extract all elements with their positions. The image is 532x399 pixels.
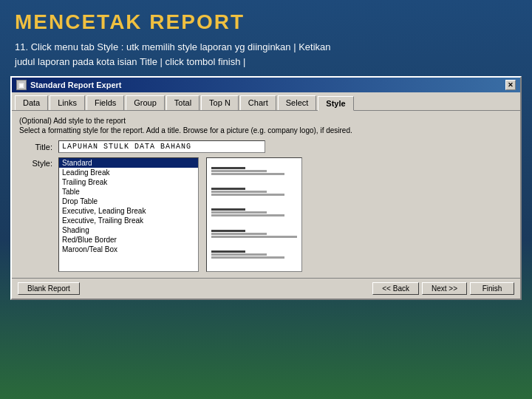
page-description: 11. Click menu tab Style : utk memilih s… xyxy=(0,37,532,76)
style-list[interactable]: Standard Leading Break Trailing Break Ta… xyxy=(58,157,199,272)
style-content: Standard Leading Break Trailing Break Ta… xyxy=(58,157,302,272)
preview-group-4 xyxy=(211,230,297,239)
close-button[interactable]: ✕ xyxy=(505,80,516,90)
preview-group-1 xyxy=(211,167,297,176)
preview-bar-4 xyxy=(211,188,245,190)
tab-topn[interactable]: Top N xyxy=(201,95,239,110)
page-wrapper: MENCETAK REPORT 11. Click menu tab Style… xyxy=(0,0,532,399)
dialog-icon: ▣ xyxy=(16,80,27,90)
tab-group[interactable]: Group xyxy=(126,95,165,110)
preview-bar-3 xyxy=(211,173,284,175)
preview-bar-15 xyxy=(211,256,284,259)
style-item-trailing-break[interactable]: Trailing Break xyxy=(59,177,198,187)
title-input[interactable] xyxy=(58,140,265,153)
tab-chart[interactable]: Chart xyxy=(240,95,276,110)
finish-button[interactable]: Finish xyxy=(470,282,514,295)
preview-bar-10 xyxy=(211,230,245,232)
preview-bar-12 xyxy=(211,236,297,238)
preview-bar-8 xyxy=(211,211,267,214)
dialog-body: (Optional) Add style to the report Selec… xyxy=(12,111,520,278)
preview-bar-5 xyxy=(211,191,267,193)
style-preview xyxy=(206,157,302,272)
style-item-exec-trailing[interactable]: Executive, Trailing Break xyxy=(59,216,198,225)
style-label: Style: xyxy=(19,157,52,168)
style-item-exec-leading[interactable]: Executive, Leading Break xyxy=(59,206,198,216)
footer-left: Blank Report xyxy=(18,282,80,295)
style-item-shading[interactable]: Shading xyxy=(59,225,198,235)
preview-bar-2 xyxy=(211,170,267,172)
tab-fields[interactable]: Fields xyxy=(86,95,124,110)
tab-style[interactable]: Style xyxy=(318,96,353,111)
footer-right: << Back Next >> Finish xyxy=(372,282,514,295)
optional-text: (Optional) Add style to the report xyxy=(19,117,513,125)
preview-bar-14 xyxy=(211,253,267,256)
preview-bar-13 xyxy=(211,250,245,253)
dialog-title: Standard Report Expert xyxy=(30,81,121,89)
dialog-titlebar: ▣ Standard Report Expert ✕ xyxy=(12,78,520,92)
description-text: 11. Click menu tab Style : utk memilih s… xyxy=(15,41,331,67)
title-label: Title: xyxy=(19,143,52,151)
sub-description-text: Select a formatting style for the report… xyxy=(19,126,513,134)
preview-group-5 xyxy=(211,250,297,259)
style-item-leading-break[interactable]: Leading Break xyxy=(59,168,198,177)
dialog-footer: Blank Report << Back Next >> Finish xyxy=(12,278,520,299)
tab-total[interactable]: Total xyxy=(166,95,200,110)
titlebar-left: ▣ Standard Report Expert xyxy=(16,80,121,90)
preview-bar-11 xyxy=(211,233,267,235)
tab-bar: Data Links Fields Group Total Top N Char… xyxy=(12,92,520,111)
style-item-maroon[interactable]: Maroon/Teal Box xyxy=(59,245,198,254)
preview-bar-6 xyxy=(211,194,284,196)
preview-group-3 xyxy=(211,208,297,217)
tab-links[interactable]: Links xyxy=(50,95,85,110)
blank-report-button[interactable]: Blank Report xyxy=(18,282,80,295)
style-item-standard[interactable]: Standard xyxy=(59,158,198,168)
page-title: MENCETAK REPORT xyxy=(0,0,532,37)
next-button[interactable]: Next >> xyxy=(422,282,467,295)
style-item-red-blue[interactable]: Red/Blue Border xyxy=(59,235,198,245)
preview-bar-9 xyxy=(211,214,284,216)
title-row: Title: xyxy=(19,140,513,153)
preview-group-2 xyxy=(211,188,297,197)
tab-select[interactable]: Select xyxy=(278,95,317,110)
style-item-drop-table[interactable]: Drop Table xyxy=(59,197,198,206)
style-item-table[interactable]: Table xyxy=(59,187,198,197)
tab-data[interactable]: Data xyxy=(15,95,48,110)
back-button[interactable]: << Back xyxy=(372,282,419,295)
preview-bar-7 xyxy=(211,208,245,211)
preview-bar-1 xyxy=(211,167,245,169)
style-row: Style: Standard Leading Break Trailing B… xyxy=(19,157,513,272)
dialog: ▣ Standard Report Expert ✕ Data Links Fi… xyxy=(10,76,522,300)
